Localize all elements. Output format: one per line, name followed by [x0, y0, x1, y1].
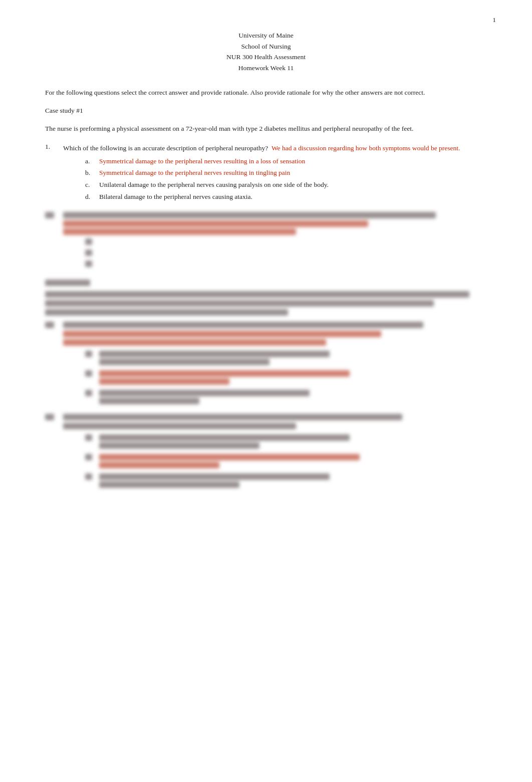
answer-1b-letter: b.	[85, 167, 99, 178]
header-line4: Homework Week 11	[45, 63, 487, 74]
answer-1c-letter: c.	[85, 179, 99, 190]
answer-1a-letter: a.	[85, 156, 99, 167]
case1-description: The nurse is preforming a physical asses…	[45, 123, 487, 134]
question-1: 1. Which of the following is an accurate…	[45, 143, 487, 202]
answers-list-1: a. Symmetrical damage to the peripheral …	[85, 156, 487, 202]
case1-label: Case study #1	[45, 105, 487, 116]
answer-1b: b. Symmetrical damage to the peripheral …	[85, 167, 487, 178]
question-2-blurred	[45, 212, 487, 270]
answer-1b-text: Symmetrical damage to the peripheral ner…	[99, 167, 487, 178]
page-number: 1	[492, 16, 496, 24]
answer-1a-text: Symmetrical damage to the peripheral ner…	[99, 156, 487, 167]
answer-1c: c. Unilateral damage to the peripheral n…	[85, 179, 487, 190]
question-1-text: Which of the following is an accurate de…	[63, 143, 487, 154]
header-line2: School of Nursing	[45, 41, 487, 52]
question-1-comment: We had a discussion regarding how both s…	[272, 144, 460, 152]
question-1-number: 1.	[45, 143, 63, 154]
questions-list: 1. Which of the following is an accurate…	[45, 143, 487, 270]
answer-1d: d. Bilateral damage to the peripheral ne…	[85, 191, 487, 202]
answer-1d-letter: d.	[85, 191, 99, 202]
answer-1a: a. Symmetrical damage to the peripheral …	[85, 156, 487, 167]
document-header: University of Maine School of Nursing NU…	[45, 30, 487, 73]
question-1-row: 1. Which of the following is an accurate…	[45, 143, 487, 154]
answer-1d-text: Bilateral damage to the peripheral nerve…	[99, 191, 487, 202]
header-line1: University of Maine	[45, 30, 487, 41]
answer-1c-text: Unilateral damage to the peripheral nerv…	[99, 179, 487, 190]
document-page: 1 University of Maine School of Nursing …	[0, 0, 532, 782]
question-2-row	[45, 212, 487, 236]
header-line3: NUR 300 Health Assessment	[45, 52, 487, 63]
case2-section-blurred	[45, 280, 487, 490]
intro-text: For the following questions select the c…	[45, 87, 487, 98]
